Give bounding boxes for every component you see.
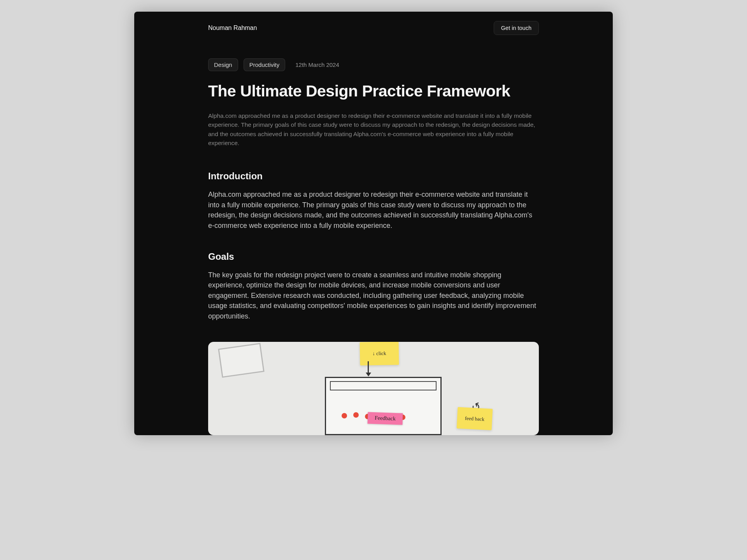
sticky-note-feedback-yellow: feed back: [457, 407, 493, 430]
section-heading-goals: Goals: [208, 251, 539, 262]
post-lead: Alpha.com approached me as a product des…: [208, 111, 539, 147]
wireframe-box-small: [218, 343, 264, 378]
red-dot-icon: [353, 412, 359, 418]
get-in-touch-button[interactable]: Get in touch: [494, 21, 539, 35]
wireframe-box-main: [325, 377, 442, 435]
post-title: The Ultimate Design Practice Framework: [208, 82, 539, 100]
tag-design[interactable]: Design: [208, 58, 238, 71]
section-body-introduction: Alpha.com approached me as a product des…: [208, 189, 539, 231]
article-content: Design Productivity 12th March 2024 The …: [134, 35, 613, 435]
hero-image: ↓ click Feedback ↺ feed back: [208, 342, 539, 435]
tag-productivity[interactable]: Productivity: [244, 58, 286, 71]
section-heading-introduction: Introduction: [208, 171, 539, 182]
site-name[interactable]: Nouman Rahman: [208, 24, 257, 32]
post-date: 12th March 2024: [295, 61, 339, 68]
sticky-note-feedback-pink: Feedback: [368, 412, 403, 425]
red-dot-icon: [342, 413, 347, 418]
wireframe-toolbar: [330, 381, 437, 390]
arrow-down-icon: [368, 361, 369, 375]
post-meta-row: Design Productivity 12th March 2024: [208, 58, 539, 71]
page-container: Nouman Rahman Get in touch Design Produc…: [134, 12, 613, 435]
site-header: Nouman Rahman Get in touch: [134, 12, 613, 35]
sticky-note-click: ↓ click: [359, 342, 399, 366]
wireframe-illustration: ↓ click Feedback ↺ feed back: [208, 342, 539, 435]
section-body-goals: The key goals for the redesign project w…: [208, 270, 539, 322]
